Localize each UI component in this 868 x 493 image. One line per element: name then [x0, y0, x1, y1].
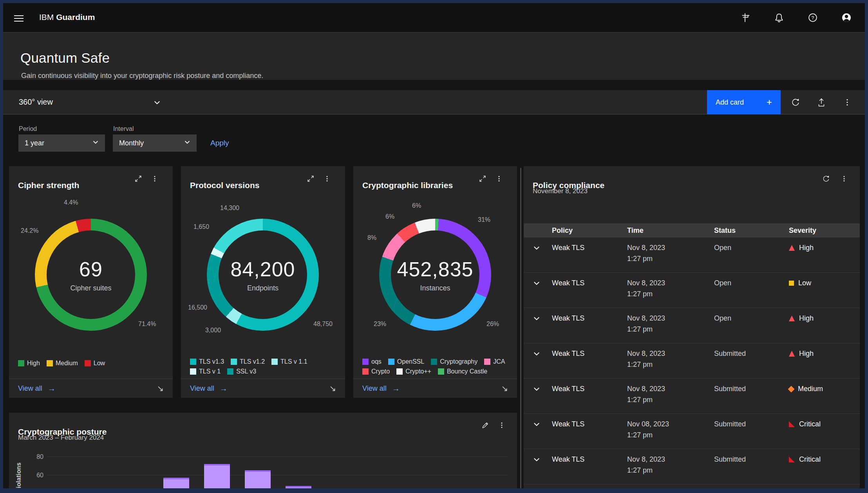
- overflow-menu-icon[interactable]: [148, 172, 162, 186]
- status-cell: Open: [714, 314, 731, 323]
- overflow-menu-icon[interactable]: [320, 172, 334, 186]
- overflow-menu-icon[interactable]: [837, 172, 851, 186]
- legend-item[interactable]: OpenSSL: [388, 358, 424, 365]
- interval-select[interactable]: Monthly: [113, 134, 197, 152]
- legend-item[interactable]: Crypto++: [396, 368, 431, 375]
- view-all-link[interactable]: View all: [190, 384, 214, 393]
- card-date: November 8, 2023: [533, 187, 588, 195]
- legend-item[interactable]: Crypto: [362, 368, 390, 375]
- edit-pencil-icon[interactable]: [478, 418, 492, 432]
- severity-icon: [789, 281, 794, 286]
- chevron-down-icon[interactable]: [533, 245, 540, 253]
- card-title: Cipher strength: [18, 181, 79, 190]
- legend-label: OpenSSL: [397, 358, 424, 365]
- guardium-app: IBM Guardium ? Quantum Safe Gain continu…: [3, 3, 865, 488]
- add-card-button[interactable]: Add card +: [707, 90, 781, 114]
- resize-handle-icon[interactable]: ↘: [501, 384, 508, 393]
- y-tick: 60: [28, 472, 43, 479]
- view-all-link[interactable]: View all: [362, 384, 387, 393]
- overflow-menu-icon[interactable]: [495, 418, 509, 432]
- chevron-down-icon: [184, 139, 190, 147]
- legend-item[interactable]: Bouncy Castle: [438, 368, 487, 375]
- arrow-right-icon[interactable]: →: [392, 384, 400, 393]
- legend-item[interactable]: TLS v1.2: [231, 358, 265, 365]
- column-header[interactable]: Policy: [552, 223, 573, 237]
- severity-cell: Medium: [789, 385, 823, 393]
- legend-swatch: [362, 368, 369, 375]
- signpost-icon[interactable]: [738, 10, 753, 25]
- table-row[interactable]: Weak TLS Nov 8, 2023 1:27 pm Submitted M…: [524, 379, 860, 414]
- expand-icon[interactable]: [304, 172, 318, 186]
- protocol-donut-chart[interactable]: 84,200 Endpoints: [207, 219, 319, 331]
- bar[interactable]: [286, 486, 311, 488]
- overflow-menu-icon[interactable]: [838, 93, 856, 111]
- legend-item[interactable]: SSL v3: [227, 368, 256, 375]
- page-subtitle: Gain continuous visibility into your cry…: [21, 72, 263, 80]
- time-cell-date: Nov 8, 2023: [627, 385, 665, 393]
- notifications-bell-icon[interactable]: [772, 10, 787, 25]
- policy-cell: Weak TLS: [552, 314, 584, 323]
- view-select-value: 360° view: [19, 98, 53, 107]
- overflow-menu-icon[interactable]: [492, 172, 506, 186]
- view-all-link[interactable]: View all: [18, 384, 42, 393]
- avatar[interactable]: [839, 10, 854, 25]
- brand[interactable]: IBM Guardium: [39, 13, 95, 22]
- bar[interactable]: [204, 464, 230, 488]
- column-header[interactable]: Severity: [789, 223, 816, 237]
- table-row[interactable]: Weak TLS Nov 8, 2023 1:27 pm Open Low: [524, 273, 860, 308]
- time-cell-date: Nov 8, 2023: [627, 279, 665, 287]
- help-icon[interactable]: ?: [805, 10, 820, 25]
- table-row[interactable]: Weak TLS Nov 8, 2023 1:27 pm Submitted C…: [524, 449, 860, 484]
- legend-label: High: [27, 360, 40, 367]
- table-row[interactable]: Weak TLS Nov 8, 2023 1:27 pm Submitted H…: [524, 343, 860, 379]
- table-row[interactable]: Weak TLS Nov 8, 2023 1:27 pm Open High: [524, 308, 860, 343]
- legend-item[interactable]: oqs: [362, 358, 382, 365]
- scrollbar[interactable]: [520, 168, 521, 488]
- chevron-down-icon[interactable]: [533, 350, 540, 359]
- libraries-donut-chart[interactable]: 452,835 Instances: [379, 219, 491, 331]
- center-value: 452,835: [397, 257, 474, 281]
- apply-button[interactable]: Apply: [210, 134, 229, 152]
- refresh-icon[interactable]: [787, 93, 805, 111]
- gridline: [47, 457, 508, 457]
- legend-item[interactable]: TLS v 1.1: [271, 358, 307, 365]
- legend-item[interactable]: Cryptography: [431, 358, 477, 365]
- arrow-right-icon[interactable]: →: [48, 384, 56, 393]
- legend-label: oqs: [371, 358, 382, 365]
- legend-label: SSL v3: [236, 368, 256, 375]
- chevron-down-icon[interactable]: [533, 386, 540, 394]
- chevron-down-icon[interactable]: [533, 280, 540, 288]
- legend-item[interactable]: High: [18, 360, 40, 367]
- expand-icon[interactable]: [131, 172, 145, 186]
- bar[interactable]: [245, 470, 271, 488]
- legend-swatch: [18, 360, 24, 366]
- chevron-down-icon[interactable]: [533, 421, 540, 430]
- legend-item[interactable]: TLS v 1: [190, 368, 221, 375]
- table-row[interactable]: Weak TLS Nov 8, 2023 1:27 pm Open High: [524, 237, 860, 273]
- severity-label: Critical: [799, 420, 821, 428]
- legend-swatch: [47, 360, 53, 366]
- upload-icon[interactable]: [812, 93, 830, 111]
- y-tick: 80: [28, 453, 43, 460]
- menu-icon[interactable]: [13, 12, 24, 24]
- legend-item[interactable]: Low: [85, 360, 105, 367]
- resize-handle-icon[interactable]: ↘: [329, 384, 336, 393]
- cipher-donut-chart[interactable]: 69 Cipher suites: [35, 219, 147, 331]
- status-cell: Submitted: [714, 385, 746, 393]
- legend-item[interactable]: JCA: [484, 358, 505, 365]
- chevron-down-icon[interactable]: [533, 315, 540, 324]
- refresh-icon[interactable]: [819, 172, 833, 186]
- column-header[interactable]: Time: [627, 223, 644, 237]
- status-cell: Submitted: [714, 455, 746, 464]
- legend-item[interactable]: TLS v1.3: [190, 358, 224, 365]
- arrow-right-icon[interactable]: →: [220, 384, 228, 393]
- legend-item[interactable]: Medium: [47, 360, 78, 367]
- table-row[interactable]: Weak TLS Nov 08, 2023 1:27 pm Submitted …: [524, 414, 860, 449]
- column-header[interactable]: Status: [714, 223, 736, 237]
- period-select[interactable]: 1 year: [18, 134, 105, 152]
- resize-handle-icon[interactable]: ↘: [157, 384, 164, 393]
- expand-icon[interactable]: [476, 172, 490, 186]
- bar[interactable]: [163, 478, 189, 488]
- plus-icon: +: [767, 97, 772, 108]
- chevron-down-icon[interactable]: [533, 456, 540, 465]
